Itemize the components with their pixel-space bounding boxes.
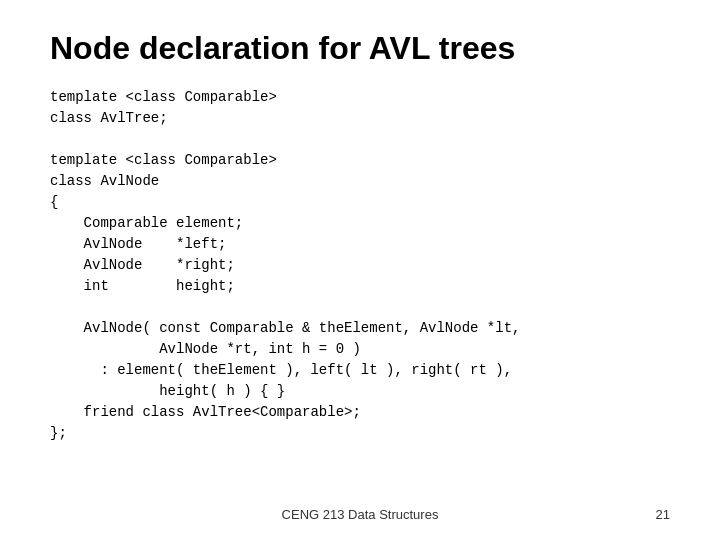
footer-label: CENG 213 Data Structures: [282, 507, 439, 522]
footer-page: 21: [656, 507, 670, 522]
footer: CENG 213 Data Structures: [0, 507, 720, 522]
slide: Node declaration for AVL trees template …: [0, 0, 720, 540]
code-block: template <class Comparable> class AvlTre…: [50, 87, 670, 444]
slide-title: Node declaration for AVL trees: [50, 30, 670, 67]
